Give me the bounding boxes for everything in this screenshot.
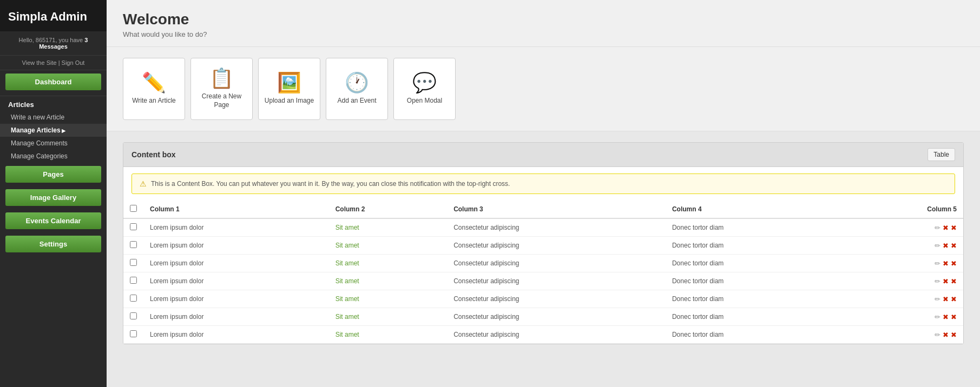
row-col2: Sit amet bbox=[329, 272, 447, 290]
wrench-icon[interactable]: ✖ bbox=[951, 295, 957, 303]
row-col3: Consectetur adipiscing bbox=[447, 272, 666, 290]
table-button[interactable]: Table bbox=[928, 148, 955, 161]
dashboard-button[interactable]: Dashboard bbox=[5, 74, 101, 90]
create-page-icon: 📋 bbox=[209, 69, 234, 88]
row-checkbox[interactable] bbox=[130, 223, 137, 230]
sidebar-item-manage-comments[interactable]: Manage Comments bbox=[0, 137, 107, 150]
warning-icon: ⚠ bbox=[140, 179, 147, 188]
sidebar-item-write-article[interactable]: Write a new Article bbox=[0, 111, 107, 124]
add-event-card[interactable]: 🕐 Add an Event bbox=[326, 58, 388, 120]
col-header-1: Column 1 bbox=[143, 201, 329, 218]
row-col1: Lorem ipsum dolor bbox=[143, 326, 329, 344]
table-row: Lorem ipsum dolor Sit amet Consectetur a… bbox=[123, 326, 963, 344]
row-col2-link[interactable]: Sit amet bbox=[336, 224, 359, 231]
row-col2-link[interactable]: Sit amet bbox=[336, 242, 359, 249]
delete-icon[interactable]: ✖ bbox=[943, 224, 949, 232]
settings-button[interactable]: Settings bbox=[5, 236, 101, 252]
delete-icon[interactable]: ✖ bbox=[943, 259, 949, 268]
col-header-check bbox=[123, 201, 143, 218]
row-col3: Consectetur adipiscing bbox=[447, 255, 666, 272]
wrench-icon[interactable]: ✖ bbox=[951, 242, 957, 250]
upload-image-card[interactable]: 🖼️ Upload an Image bbox=[258, 58, 320, 120]
events-calendar-button[interactable]: Events Calendar bbox=[5, 212, 101, 229]
table-row: Lorem ipsum dolor Sit amet Consectetur a… bbox=[123, 218, 963, 237]
wrench-icon[interactable]: ✖ bbox=[951, 313, 957, 321]
row-col4: Donec tortor diam bbox=[666, 272, 845, 290]
main-content: Welcome What would you like to do? ✏️ Wr… bbox=[107, 0, 980, 387]
write-article-card[interactable]: ✏️ Write an Article bbox=[123, 58, 185, 120]
delete-icon[interactable]: ✖ bbox=[943, 242, 949, 250]
row-checkbox-cell bbox=[123, 326, 143, 344]
notification-bar: ⚠ This is a Content Box. You can put wha… bbox=[131, 174, 955, 194]
row-checkbox[interactable] bbox=[130, 259, 137, 266]
create-page-card[interactable]: 📋 Create a New Page bbox=[190, 58, 253, 120]
row-col2: Sit amet bbox=[329, 308, 447, 326]
row-col1: Lorem ipsum dolor bbox=[143, 272, 329, 290]
row-checkbox[interactable] bbox=[130, 241, 137, 248]
edit-icon[interactable]: ✏ bbox=[935, 313, 940, 321]
row-checkbox-cell bbox=[123, 290, 143, 308]
add-event-icon: 🕐 bbox=[345, 73, 369, 92]
create-page-label: Create a New Page bbox=[195, 92, 248, 109]
row-col1: Lorem ipsum dolor bbox=[143, 237, 329, 255]
edit-icon[interactable]: ✏ bbox=[935, 259, 940, 268]
edit-icon[interactable]: ✏ bbox=[935, 224, 940, 232]
table-header-row: Column 1 Column 2 Column 3 Column 4 Colu… bbox=[123, 201, 963, 218]
edit-icon[interactable]: ✏ bbox=[935, 331, 940, 339]
open-modal-icon: 💬 bbox=[412, 73, 437, 92]
row-actions: ✏ ✖ ✖ bbox=[845, 290, 963, 308]
row-col2-link[interactable]: Sit amet bbox=[336, 259, 359, 267]
edit-icon[interactable]: ✏ bbox=[935, 295, 940, 303]
table-row: Lorem ipsum dolor Sit amet Consectetur a… bbox=[123, 255, 963, 272]
row-col4: Donec tortor diam bbox=[666, 308, 845, 326]
pages-button[interactable]: Pages bbox=[5, 166, 101, 183]
view-site-link[interactable]: View the Site bbox=[22, 59, 57, 66]
wrench-icon[interactable]: ✖ bbox=[951, 224, 957, 232]
wrench-icon[interactable]: ✖ bbox=[951, 259, 957, 268]
articles-section-header: Articles bbox=[0, 96, 107, 111]
delete-icon[interactable]: ✖ bbox=[943, 313, 949, 321]
row-col3: Consectetur adipiscing bbox=[447, 237, 666, 255]
image-gallery-button[interactable]: Image Gallery bbox=[5, 189, 101, 206]
wrench-icon[interactable]: ✖ bbox=[951, 331, 957, 339]
write-article-label: Write an Article bbox=[132, 97, 175, 105]
user-info: Hello, 865171, you have 3 Messages bbox=[0, 31, 107, 56]
row-col1: Lorem ipsum dolor bbox=[143, 218, 329, 237]
col-header-5: Column 5 bbox=[845, 201, 963, 218]
col-header-3: Column 3 bbox=[447, 201, 666, 218]
delete-icon[interactable]: ✖ bbox=[943, 277, 949, 285]
quick-actions: ✏️ Write an Article 📋 Create a New Page … bbox=[107, 47, 980, 131]
row-col2-link[interactable]: Sit amet bbox=[336, 313, 359, 321]
row-checkbox[interactable] bbox=[130, 295, 137, 302]
row-checkbox[interactable] bbox=[130, 330, 137, 337]
row-col2-link[interactable]: Sit amet bbox=[336, 295, 359, 303]
wrench-icon[interactable]: ✖ bbox=[951, 277, 957, 285]
sign-out-link[interactable]: Sign Out bbox=[62, 59, 85, 66]
row-col4: Donec tortor diam bbox=[666, 290, 845, 308]
row-col2-link[interactable]: Sit amet bbox=[336, 277, 359, 285]
row-checkbox-cell bbox=[123, 218, 143, 237]
select-all-checkbox[interactable] bbox=[130, 205, 137, 212]
sidebar-item-manage-articles[interactable]: Manage Articles bbox=[0, 124, 107, 137]
content-box-header: Content box Table bbox=[123, 143, 963, 167]
open-modal-card[interactable]: 💬 Open Modal bbox=[393, 58, 456, 120]
edit-icon[interactable]: ✏ bbox=[935, 242, 940, 250]
add-event-label: Add an Event bbox=[337, 97, 376, 105]
row-checkbox-cell bbox=[123, 237, 143, 255]
row-col2: Sit amet bbox=[329, 255, 447, 272]
upload-image-icon: 🖼️ bbox=[277, 73, 301, 92]
delete-icon[interactable]: ✖ bbox=[943, 331, 949, 339]
row-col1: Lorem ipsum dolor bbox=[143, 290, 329, 308]
row-checkbox[interactable] bbox=[130, 312, 137, 319]
user-greeting: Hello, 865171, you have bbox=[19, 37, 83, 43]
sidebar-item-manage-categories[interactable]: Manage Categories bbox=[0, 150, 107, 163]
row-col2-link[interactable]: Sit amet bbox=[336, 331, 359, 338]
content-box: Content box Table ⚠ This is a Content Bo… bbox=[123, 142, 964, 344]
row-col2: Sit amet bbox=[329, 326, 447, 344]
sidebar: Simpla Admin Hello, 865171, you have 3 M… bbox=[0, 0, 107, 387]
delete-icon[interactable]: ✖ bbox=[943, 295, 949, 303]
row-col3: Consectetur adipiscing bbox=[447, 290, 666, 308]
row-actions: ✏ ✖ ✖ bbox=[845, 255, 963, 272]
edit-icon[interactable]: ✏ bbox=[935, 277, 940, 285]
row-checkbox[interactable] bbox=[130, 277, 137, 284]
